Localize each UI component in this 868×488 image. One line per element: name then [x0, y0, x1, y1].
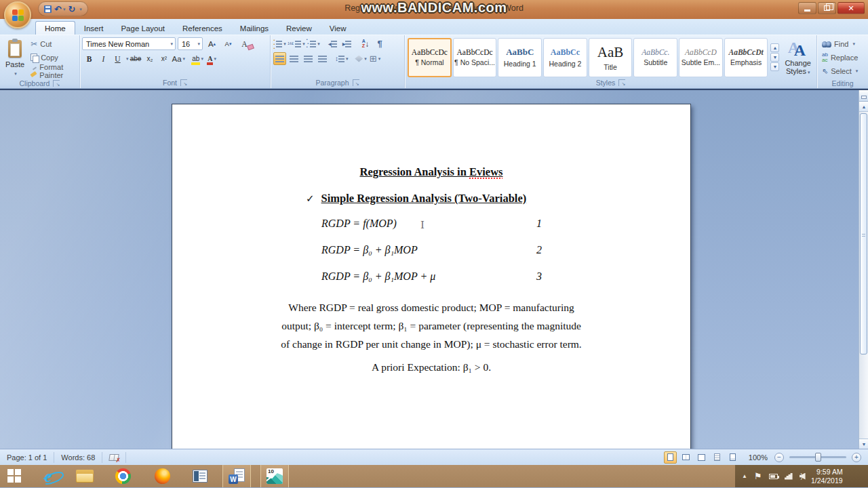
tab-references[interactable]: References: [174, 22, 231, 35]
hidden-icons-chevron[interactable]: ▲: [742, 473, 747, 479]
clock-date: 1/24/2019: [811, 476, 843, 485]
align-right-button[interactable]: [302, 52, 315, 65]
document-page[interactable]: Regression Analysis in Eviews ✓ Simple R…: [172, 104, 691, 449]
paste-button[interactable]: Paste▾: [2, 37, 28, 78]
superscript-button[interactable]: x²: [158, 52, 171, 65]
borders-button[interactable]: ⊞▾: [369, 52, 382, 65]
scroll-up-button[interactable]: ▲: [859, 102, 868, 112]
change-styles-button[interactable]: AA ChangeStyles▾: [781, 39, 814, 77]
styles-dialog-launcher[interactable]: ↘: [618, 79, 625, 86]
styles-scroll-down-button[interactable]: ▼: [770, 53, 779, 62]
shrink-font-button[interactable]: A: [222, 37, 235, 50]
replace-icon: abac: [822, 52, 828, 63]
taskbar-item-chrome[interactable]: [108, 465, 137, 487]
web-layout-view-button[interactable]: [695, 451, 708, 464]
page-indicator[interactable]: Page: 1 of 1: [0, 452, 54, 463]
subscript-button[interactable]: x₂: [144, 52, 157, 65]
replace-button[interactable]: abacReplace: [819, 51, 866, 64]
multilevel-list-button[interactable]: ▾: [307, 37, 320, 50]
network-signal-icon[interactable]: [785, 473, 793, 480]
scroll-down-button[interactable]: ▼: [859, 439, 868, 449]
sort-button[interactable]: AZ↓: [359, 37, 372, 50]
find-button[interactable]: Find▾: [819, 37, 866, 51]
taskbar-item-internet-explorer[interactable]: e: [34, 465, 62, 487]
minimize-button[interactable]: [798, 2, 816, 14]
close-button[interactable]: ✕: [837, 2, 865, 14]
style-title[interactable]: AaBTitle: [589, 38, 633, 77]
clock[interactable]: 9:59 AM 1/24/2019: [811, 468, 843, 485]
zoom-level[interactable]: 100%: [749, 453, 768, 462]
battery-icon[interactable]: [769, 474, 778, 479]
zoom-out-button[interactable]: −: [774, 453, 784, 462]
italic-button[interactable]: I: [97, 52, 110, 65]
align-center-button[interactable]: [288, 52, 300, 65]
format-painter-button[interactable]: Format Painter: [28, 64, 77, 78]
tab-page-layout[interactable]: Page Layout: [112, 22, 174, 35]
draft-view-button[interactable]: [726, 451, 739, 464]
taskbar-item-app-window[interactable]: [186, 465, 214, 487]
font-name-combo[interactable]: Times New Roman▾: [82, 37, 176, 50]
style-no-spacing[interactable]: AaBbCcDc¶ No Spaci...: [453, 38, 497, 77]
show-hide-paragraph-button[interactable]: ¶: [374, 37, 387, 50]
font-color-button[interactable]: A▾: [205, 52, 218, 65]
status-bar: Page: 1 of 1 Words: 68 100% − +: [0, 449, 868, 465]
select-button[interactable]: ⇖Select▾: [819, 64, 866, 78]
taskbar-item-eviews[interactable]: 10: [260, 465, 289, 487]
strikethrough-button[interactable]: abe: [130, 52, 142, 65]
style-subtle-emphasis[interactable]: AaBbCcDSubtle Em...: [679, 38, 723, 77]
office-button[interactable]: [4, 1, 31, 28]
style-heading2[interactable]: AaBbCcHeading 2: [543, 38, 587, 77]
line-spacing-button[interactable]: ↕▾: [335, 52, 349, 65]
tab-home[interactable]: Home: [35, 21, 75, 35]
start-button[interactable]: [0, 465, 28, 487]
fullscreen-reading-view-button[interactable]: [679, 451, 692, 464]
numbering-button[interactable]: ▾: [288, 37, 305, 50]
taskbar-item-word[interactable]: W: [222, 465, 251, 487]
underline-button[interactable]: U: [111, 52, 124, 65]
format-painter-icon: [31, 67, 37, 76]
underline-dropdown-icon[interactable]: ▾: [126, 56, 129, 62]
styles-more-button[interactable]: ▼: [770, 62, 779, 71]
copy-button[interactable]: Copy: [28, 51, 77, 64]
zoom-slider[interactable]: [789, 456, 846, 458]
style-subtitle[interactable]: AaBbCc.Subtitle: [633, 38, 677, 77]
highlight-color-button[interactable]: ab▾: [191, 52, 204, 65]
action-center-flag-icon[interactable]: ⚑: [754, 472, 762, 481]
tab-mailings[interactable]: Mailings: [231, 22, 277, 35]
taskbar-item-firefox[interactable]: [148, 465, 176, 487]
zoom-slider-thumb[interactable]: [815, 453, 821, 462]
clipboard-dialog-launcher[interactable]: ↘: [53, 80, 60, 87]
tab-view[interactable]: View: [321, 22, 355, 35]
increase-indent-button[interactable]: ▸: [340, 37, 353, 50]
cut-button[interactable]: ✂Cut: [28, 37, 77, 51]
tab-review[interactable]: Review: [277, 22, 321, 35]
vertical-scrollbar[interactable]: ▲ ▼: [859, 90, 868, 449]
style-normal[interactable]: AaBbCcDc¶ Normal: [408, 38, 452, 77]
clear-formatting-button[interactable]: A: [238, 37, 251, 50]
restore-button[interactable]: [818, 2, 836, 14]
word-count[interactable]: Words: 68: [54, 452, 102, 463]
print-layout-view-button[interactable]: [664, 451, 677, 464]
decrease-indent-button[interactable]: ◂: [326, 37, 339, 50]
tab-insert[interactable]: Insert: [75, 22, 113, 35]
zoom-in-button[interactable]: +: [852, 453, 861, 462]
grow-font-button[interactable]: A: [205, 37, 218, 50]
change-case-button[interactable]: Aa▾: [172, 52, 186, 65]
justify-button[interactable]: [316, 52, 329, 65]
outline-view-button[interactable]: [711, 451, 724, 464]
style-heading1[interactable]: AaBbCHeading 1: [498, 38, 542, 77]
volume-control[interactable]: ): [800, 472, 803, 480]
bullets-button[interactable]: ▾: [273, 37, 286, 50]
font-dialog-launcher[interactable]: ↘: [180, 79, 187, 86]
style-emphasis[interactable]: AaBbCcDtEmphasis: [724, 38, 768, 77]
bold-button[interactable]: B: [83, 52, 96, 65]
paragraph-dialog-launcher[interactable]: ↘: [353, 79, 359, 86]
scrollbar-thumb[interactable]: [860, 113, 867, 354]
styles-scroll-up-button[interactable]: ▲: [770, 43, 779, 52]
align-left-button[interactable]: [273, 52, 286, 65]
view-ruler-button[interactable]: [859, 90, 868, 102]
shading-button[interactable]: ▾: [355, 52, 368, 65]
taskbar-item-file-explorer[interactable]: [71, 465, 99, 487]
proofing-status[interactable]: [102, 452, 126, 463]
font-size-combo[interactable]: 16▾: [178, 37, 203, 50]
